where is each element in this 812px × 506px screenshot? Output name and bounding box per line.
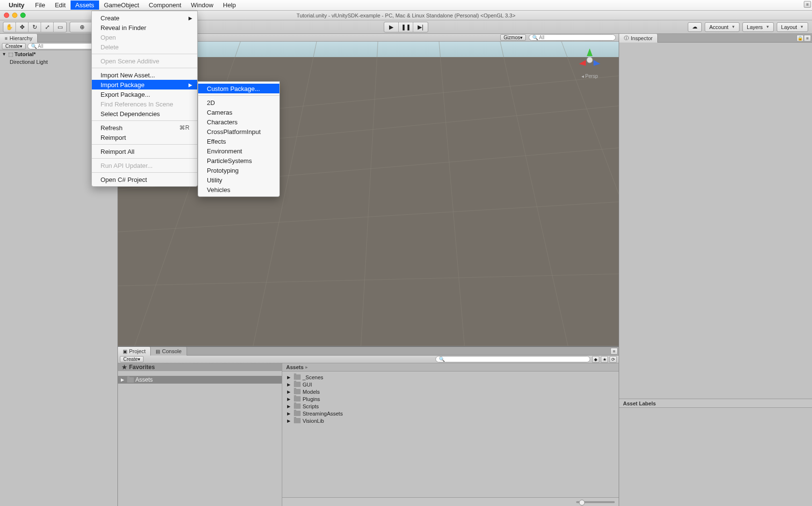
svg-marker-15	[594, 60, 600, 66]
import-package-submenu: Custom Package...2DCamerasCharactersCros…	[198, 81, 280, 197]
panel-menu-icon[interactable]: ≡	[804, 1, 811, 8]
panel-menu-icon[interactable]: ≡	[804, 35, 811, 42]
import-submenu-item[interactable]: Effects	[198, 136, 279, 146]
project-tree[interactable]: ★Favorites ▶Assets	[118, 363, 282, 506]
svg-marker-14	[579, 60, 586, 66]
folder-item[interactable]: ▶Scripts	[282, 402, 619, 410]
assets-dropdown: Create▶Reveal in FinderOpenDeleteOpen Sc…	[91, 11, 198, 187]
menu-window[interactable]: Window	[186, 0, 218, 10]
hand-tool[interactable]: ✋	[3, 22, 16, 32]
menu-help[interactable]: Help	[218, 0, 241, 10]
hierarchy-create-button[interactable]: Create ▾	[2, 43, 26, 49]
import-submenu-item[interactable]: Utility	[198, 175, 279, 185]
import-submenu-item[interactable]: ParticleSystems	[198, 156, 279, 165]
console-icon: ▤	[156, 349, 160, 354]
scale-tool[interactable]: ⤢	[41, 22, 54, 32]
assets-menu-item[interactable]: Create▶	[92, 13, 197, 23]
menu-file[interactable]: File	[30, 0, 50, 10]
favorites-header[interactable]: ★Favorites	[118, 363, 282, 371]
import-submenu-item[interactable]: Vehicles	[198, 185, 279, 194]
folder-item[interactable]: ▶StreamingAssets	[282, 410, 619, 417]
folder-icon	[294, 418, 301, 423]
layout-dropdown[interactable]: Layout▼	[777, 22, 808, 32]
folder-item[interactable]: ▶Models	[282, 388, 619, 395]
import-submenu-item[interactable]: Prototyping	[198, 165, 279, 175]
account-dropdown[interactable]: Account▼	[705, 22, 740, 32]
project-tab[interactable]: ▣Project	[118, 347, 151, 356]
panel-menu-icon[interactable]: ≡	[610, 348, 618, 355]
folder-icon	[294, 389, 301, 394]
scene-gizmo[interactable]: ◂ Persp	[575, 47, 604, 79]
rotate-tool[interactable]: ↻	[29, 22, 41, 32]
console-tab[interactable]: ▤Console	[151, 347, 187, 356]
import-submenu-item[interactable]: CrossPlatformInput	[198, 127, 279, 136]
step-button[interactable]: ▶|	[413, 22, 428, 32]
assets-menu-item[interactable]: Reimport All	[92, 147, 197, 156]
lock-icon[interactable]: 🔒	[797, 35, 804, 42]
project-breadcrumb[interactable]: Assets ▸	[282, 363, 619, 372]
menu-assets[interactable]: Assets	[71, 0, 99, 10]
filter-button-2[interactable]: ★	[601, 356, 608, 363]
import-submenu-item[interactable]: Characters	[198, 117, 279, 127]
asset-labels-bar: Asset Labels	[619, 399, 812, 407]
rect-tool[interactable]: ▭	[54, 22, 66, 32]
folder-item[interactable]: ▶GUI	[282, 381, 619, 388]
folder-icon	[294, 382, 301, 387]
svg-line-10	[438, 34, 468, 346]
filter-button-3[interactable]: ⟳	[609, 356, 617, 363]
assets-menu-item[interactable]: Open C# Project	[92, 175, 197, 184]
app-name[interactable]: Unity	[9, 1, 25, 9]
assets-menu-item[interactable]: Export Package...	[92, 89, 197, 99]
move-tool[interactable]: ✥	[16, 22, 29, 32]
transform-tools: ✋ ✥ ↻ ⤢ ▭	[3, 22, 67, 32]
window-close-button[interactable]	[4, 13, 9, 18]
menu-gameobject[interactable]: GameObject	[99, 0, 144, 10]
play-button[interactable]: ▶	[384, 22, 399, 32]
pause-button[interactable]: ❚❚	[399, 22, 413, 32]
assets-menu-item[interactable]: Import New Asset...	[92, 70, 197, 80]
svg-line-3	[118, 202, 619, 232]
assets-menu-item[interactable]: Import Package▶	[92, 80, 197, 89]
inspector-tab[interactable]: ⓘInspector	[619, 34, 658, 43]
assets-menu-item[interactable]: Reveal in Finder	[92, 23, 197, 32]
folder-icon: ▣	[123, 349, 127, 354]
project-search[interactable]: 🔍	[435, 356, 590, 362]
assets-menu-item[interactable]: Reimport	[92, 133, 197, 142]
filter-button-1[interactable]: ◆	[592, 356, 599, 363]
cloud-button[interactable]: ☁	[688, 22, 702, 32]
icon-size-slider[interactable]	[576, 501, 615, 503]
project-footer	[282, 497, 619, 506]
svg-line-11	[498, 34, 579, 346]
svg-marker-13	[587, 48, 593, 56]
svg-point-16	[587, 57, 593, 63]
assets-menu-item: Run API Updater...	[92, 161, 197, 170]
folder-icon	[127, 377, 134, 383]
assets-menu-item[interactable]: Refresh⌘R	[92, 123, 197, 133]
gizmos-dropdown[interactable]: Gizmos ▾	[500, 34, 526, 41]
pivot-center[interactable]: ⊕	[70, 22, 94, 32]
menu-component[interactable]: Component	[144, 0, 186, 10]
account-label: Account	[709, 24, 728, 30]
assets-root[interactable]: ▶Assets	[118, 376, 282, 384]
import-submenu-item[interactable]: Custom Package...	[198, 84, 279, 93]
hierarchy-tab-label: Hierarchy	[10, 35, 32, 41]
window-minimize-button[interactable]	[12, 13, 17, 18]
import-submenu-item[interactable]: Environment	[198, 146, 279, 156]
folder-item[interactable]: ▶VisionLib	[282, 417, 619, 424]
folder-icon	[294, 403, 301, 409]
menu-edit[interactable]: Edit	[50, 0, 70, 10]
folder-item[interactable]: ▶Plugins	[282, 395, 619, 402]
window-maximize-button[interactable]	[20, 13, 26, 18]
assets-menu-item[interactable]: Select Dependencies	[92, 109, 197, 119]
import-submenu-item[interactable]: 2D	[198, 98, 279, 107]
assets-menu-item: Open Scene Additive	[92, 56, 197, 66]
layers-dropdown[interactable]: Layers▼	[742, 22, 774, 32]
scene-search[interactable]: 🔍 All	[529, 34, 616, 41]
folder-icon	[294, 374, 301, 380]
project-create-button[interactable]: Create ▾	[120, 356, 144, 362]
hierarchy-tab[interactable]: ≡Hierarchy	[0, 34, 38, 43]
import-submenu-item[interactable]: Cameras	[198, 107, 279, 117]
folder-item[interactable]: ▶_Scenes	[282, 373, 619, 381]
assets-menu-item: Delete	[92, 42, 197, 52]
mac-menubar: Unity File Edit Assets GameObject Compon…	[0, 0, 812, 11]
